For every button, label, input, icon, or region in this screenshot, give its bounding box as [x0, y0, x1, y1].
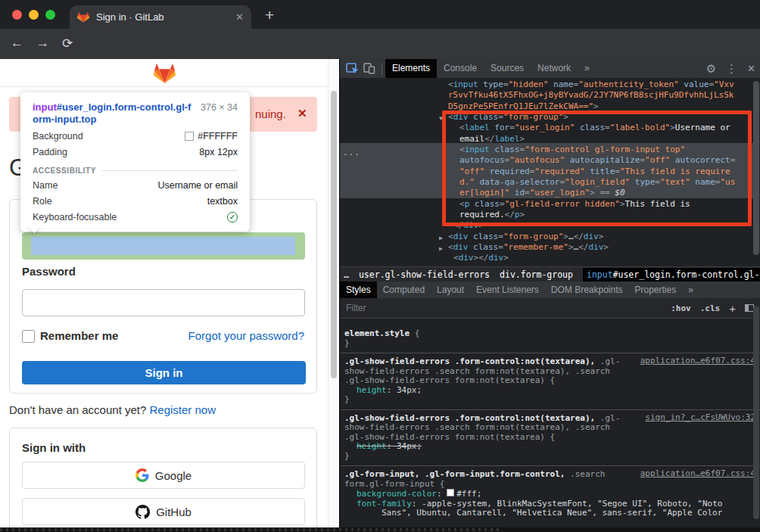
alert-text-fragment: nuing. [255, 107, 286, 120]
github-button-label: GitHub [156, 506, 192, 518]
inspect-tooltip: input#user_login.form-control.gl-form-in… [20, 92, 250, 232]
gitlab-logo [154, 63, 176, 87]
expand-arrow-icon[interactable]: ▶ [439, 233, 443, 244]
github-icon [135, 505, 150, 519]
tooltip-arrow [27, 226, 41, 233]
sign-in-button[interactable]: Sign in [22, 361, 306, 384]
tooltip-selector: input#user_login.form-control.gl-form-in… [33, 101, 193, 126]
dom-breadcrumbs: …user.gl-show-field-errorsdiv.form-group… [340, 266, 760, 282]
breadcrumb-item[interactable]: user.gl-show-field-errors [359, 269, 490, 280]
devtools-menu-icon[interactable]: ⋮ [726, 59, 737, 78]
dom-scrollbar-thumb[interactable] [753, 81, 759, 255]
css-rule[interactable]: sign_in?_c…cFsUWUyo:32.gl-show-field-err… [340, 409, 760, 466]
styles-pane-tabs: StylesComputedLayoutEvent ListenersDOM B… [340, 282, 760, 298]
sign-in-with-label: Sign in with [22, 441, 86, 454]
styles-tab-dom-breakpoints[interactable]: DOM Breakpoints [545, 282, 629, 298]
web-page: nuing. ✕ G Password Remember me Forgot y… [0, 59, 339, 527]
green-check-icon: ✓ [227, 212, 238, 222]
bottom-strip [0, 527, 760, 532]
css-color-swatch[interactable] [447, 489, 454, 496]
css-source-link[interactable]: sign_in?_c…cFsUWUyo:32 [645, 413, 755, 423]
devtools-tab-sources[interactable]: Sources [484, 59, 531, 78]
styles-tab-event-listeners[interactable]: Event Listeners [470, 282, 545, 298]
css-rule[interactable]: application…e6f07.css:4.gl-show-field-er… [340, 353, 760, 409]
css-property[interactable]: height: 34px; [344, 386, 755, 396]
toolbar-divider [382, 63, 382, 75]
devtools-tab-network[interactable]: Network [531, 59, 578, 78]
gitlab-favicon [77, 11, 89, 23]
dom-tree: ... <input type="hidden" name="authentic… [340, 78, 760, 266]
dom-tree-line[interactable]: <input type="hidden" name="authenticity_… [448, 79, 734, 90]
class-toggle[interactable]: .cls [700, 303, 721, 313]
node-menu-dots[interactable]: ... [343, 148, 360, 158]
alert-close-icon[interactable]: ✕ [297, 107, 307, 120]
breadcrumb-item[interactable]: … [344, 269, 349, 280]
inspect-element-icon[interactable] [346, 63, 360, 75]
reload-icon[interactable]: ⟳ [62, 36, 73, 51]
pseudo-class-toggle[interactable]: :hov [671, 303, 691, 313]
header-divider [0, 86, 329, 87]
dom-tree-line[interactable]: ▶<div class="form-group">…</div> [448, 232, 603, 242]
forward-icon[interactable]: → [36, 36, 49, 51]
devtools-close-icon[interactable]: ✕ [747, 59, 755, 78]
traffic-light-zoom[interactable] [45, 10, 55, 20]
devtools-toolbar: ElementsConsoleSourcesNetwork » ⚙ ⋮ ✕ [340, 59, 760, 79]
devtools-panel: ElementsConsoleSourcesNetwork » ⚙ ⋮ ✕ ..… [339, 59, 760, 527]
devtools-settings-icon[interactable]: ⚙ [706, 59, 716, 78]
new-style-rule-button[interactable]: + [729, 302, 736, 315]
devtools-tab-console[interactable]: Console [437, 59, 484, 78]
styles-rules-list: element.style {}application…e6f07.css:4.… [340, 319, 760, 527]
tooltip-name-value: Username or email [157, 180, 238, 191]
page-scrollbar-thumb[interactable] [331, 91, 337, 378]
browser-tab[interactable]: Sign in · GitLab ✕ [70, 5, 251, 29]
tab-close-icon[interactable]: ✕ [235, 11, 244, 23]
element-style-rule[interactable]: element.style {} [340, 328, 760, 353]
tab-strip: Sign in · GitLab ✕ + [0, 0, 760, 29]
traffic-light-close[interactable] [12, 10, 22, 20]
styles-tab-styles[interactable]: Styles [340, 282, 377, 298]
tab-title: Sign in · GitLab [96, 11, 235, 23]
styles-filter-row: Filter :hov .cls + [340, 298, 760, 319]
remember-me-label: Remember me [40, 329, 118, 342]
dom-tree-line[interactable]: ▶<div class="remember-me">…</div> [448, 242, 609, 253]
back-icon[interactable]: ← [11, 36, 23, 51]
styles-tab-layout[interactable]: Layout [431, 282, 470, 298]
new-tab-button[interactable]: + [265, 6, 274, 24]
register-row: Don't have an account yet? Register now [9, 403, 216, 416]
tooltip-selector-rest: #user_login.form-control.gl-form-input.t… [33, 101, 191, 125]
more-tabs-icon[interactable]: » [578, 59, 596, 78]
styles-tab-computed[interactable]: Computed [377, 282, 431, 298]
css-property[interactable]: font-family: -apple-system, BlinkMacSyst… [344, 499, 755, 518]
dom-tree-line[interactable]: <div></div> [453, 253, 509, 263]
google-icon [135, 468, 149, 482]
tooltip-background-value: #FFFFFF [198, 131, 238, 142]
dom-tree-line[interactable]: r5vvTfku46tX5FhxOG+j8yBYvadG/2JY7NP6fB8s… [448, 90, 734, 101]
breadcrumb-item[interactable]: input#user_login.form-control.gl-form-in… [583, 268, 760, 282]
register-text: Don't have an account yet? [9, 403, 146, 416]
device-toolbar-icon[interactable] [363, 63, 375, 74]
devtools-tab-elements[interactable]: Elements [385, 59, 437, 78]
styles-tab-properties[interactable]: Properties [629, 282, 683, 298]
css-source-link[interactable]: application…e6f07.css:4 [640, 356, 755, 366]
css-source-link[interactable]: application…e6f07.css:4 [640, 469, 755, 479]
github-signin-button[interactable]: GitHub [22, 498, 305, 525]
css-property[interactable]: height: 34px; [344, 442, 755, 452]
register-link[interactable]: Register now [150, 403, 216, 416]
google-signin-button[interactable]: Google [22, 462, 305, 489]
browser-toolbar: ← → ⟳ gitlab.com/users/sign_in?__cf_chl_… [0, 29, 760, 59]
forgot-password-link[interactable]: Forgot your password? [188, 329, 304, 342]
styles-filter-input[interactable]: Filter [346, 303, 366, 313]
css-property[interactable]: background-color: #fff; [344, 489, 755, 499]
breadcrumb-item[interactable]: div.form-group [500, 269, 573, 280]
color-swatch [185, 132, 194, 141]
css-rule[interactable]: application…e6f07.css:4.gl-form-input, .… [340, 465, 760, 523]
expand-arrow-icon[interactable]: ▶ [439, 244, 443, 254]
page-scrollbar[interactable] [328, 59, 339, 527]
inspected-input-highlight[interactable] [22, 232, 305, 260]
styles-scrollbar-thumb[interactable] [753, 306, 759, 519]
traffic-light-minimize[interactable] [29, 10, 39, 20]
browser-window: { "browser": { "tab_title": "Sign in · G… [0, 0, 760, 532]
password-input[interactable] [22, 289, 305, 316]
remember-me-checkbox[interactable] [22, 330, 35, 343]
more-styles-tabs-icon[interactable]: » [682, 282, 699, 298]
